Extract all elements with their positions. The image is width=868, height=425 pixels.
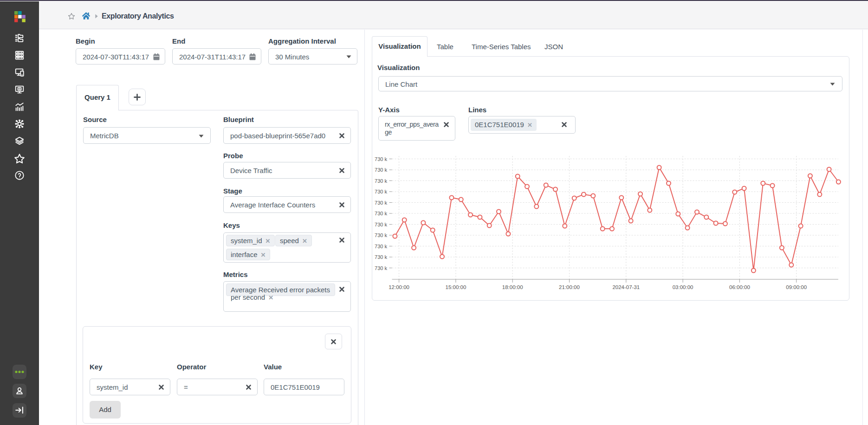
svg-text:12:00:00: 12:00:00 [389, 284, 409, 290]
svg-text:21:00:00: 21:00:00 [559, 284, 580, 290]
svg-text:730 k: 730 k [375, 167, 387, 173]
svg-text:06:00:00: 06:00:00 [729, 284, 750, 290]
svg-text:730 k: 730 k [375, 211, 387, 216]
svg-text:2024-07-31: 2024-07-31 [612, 284, 640, 290]
svg-text:730 k: 730 k [375, 178, 387, 184]
svg-text:730 k: 730 k [375, 222, 387, 227]
svg-text:730 k: 730 k [375, 189, 387, 194]
svg-text:730 k: 730 k [375, 232, 387, 238]
svg-text:03:00:00: 03:00:00 [673, 284, 693, 290]
svg-text:09:00:00: 09:00:00 [786, 284, 807, 290]
svg-text:730 k: 730 k [375, 156, 387, 162]
svg-text:15:00:00: 15:00:00 [446, 284, 466, 290]
svg-text:730 k: 730 k [375, 254, 387, 260]
svg-text:730 k: 730 k [375, 200, 387, 206]
svg-text:18:00:00: 18:00:00 [502, 284, 523, 290]
svg-text:730 k: 730 k [375, 244, 387, 249]
svg-text:730 k: 730 k [375, 265, 387, 271]
